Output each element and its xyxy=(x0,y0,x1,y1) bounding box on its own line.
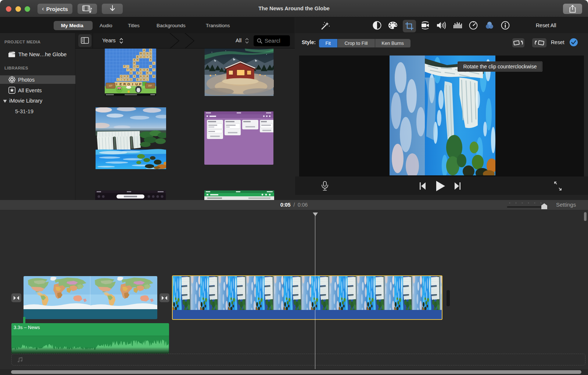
svg-text:I: I xyxy=(134,68,135,71)
svg-text:U: U xyxy=(135,82,138,86)
svg-text:R: R xyxy=(143,78,145,81)
svg-text:Y: Y xyxy=(147,56,148,58)
svg-text:S: S xyxy=(150,56,151,58)
svg-text:W: W xyxy=(130,68,133,71)
svg-text:D: D xyxy=(150,52,152,55)
svg-text:I: I xyxy=(128,65,128,68)
svg-text:H: H xyxy=(150,65,152,68)
svg-text:M: M xyxy=(137,65,139,68)
svg-text:N: N xyxy=(147,52,148,55)
svg-text:E: E xyxy=(127,78,129,81)
svg-text:R: R xyxy=(147,72,148,74)
svg-text:R: R xyxy=(153,75,155,78)
svg-text:B: B xyxy=(137,56,138,58)
svg-text:T: T xyxy=(153,68,155,71)
svg-text:W: W xyxy=(140,52,142,55)
svg-text:D: D xyxy=(150,49,152,51)
svg-text:A: A xyxy=(147,75,148,78)
svg-text:A: A xyxy=(143,49,145,51)
svg-text:D: D xyxy=(130,78,132,81)
svg-text:A: A xyxy=(133,58,135,61)
svg-text:I: I xyxy=(121,78,122,81)
svg-text:P: P xyxy=(124,65,125,68)
svg-text:A: A xyxy=(140,75,142,78)
svg-text:S: S xyxy=(137,72,138,74)
svg-text:L: L xyxy=(147,78,148,81)
svg-text:A: A xyxy=(147,68,148,71)
svg-text:E: E xyxy=(130,72,132,74)
svg-text:237: 237 xyxy=(148,85,152,87)
svg-text:O: O xyxy=(133,65,135,68)
svg-text:X: X xyxy=(133,75,135,78)
svg-text:U: U xyxy=(140,78,142,81)
svg-text:L: L xyxy=(153,62,155,64)
svg-text:U: U xyxy=(140,56,142,58)
svg-text:H: H xyxy=(124,75,126,78)
svg-text:C: C xyxy=(140,72,142,74)
svg-text:D: D xyxy=(143,75,145,78)
svg-text:A: A xyxy=(150,58,152,61)
svg-text:Q: Q xyxy=(121,75,122,78)
svg-text:O: O xyxy=(143,52,145,55)
svg-text:R: R xyxy=(133,62,135,64)
svg-text:O: O xyxy=(143,56,145,58)
svg-text:127: 127 xyxy=(109,85,112,87)
svg-text:V: V xyxy=(124,78,126,81)
svg-text:R: R xyxy=(137,58,139,61)
svg-text:E: E xyxy=(140,68,141,71)
svg-text:E: E xyxy=(119,82,122,86)
svg-text:T: T xyxy=(127,68,129,71)
svg-text:E: E xyxy=(127,75,129,78)
svg-text:S: S xyxy=(143,68,145,71)
svg-text:O: O xyxy=(127,82,130,86)
svg-text:I: I xyxy=(116,82,117,86)
svg-text:B: B xyxy=(137,78,138,81)
svg-text:P: P xyxy=(139,82,141,86)
svg-text:T: T xyxy=(150,72,151,74)
svg-text:R: R xyxy=(123,82,126,86)
svg-text:I: I xyxy=(132,82,133,86)
svg-text:L: L xyxy=(117,78,119,81)
